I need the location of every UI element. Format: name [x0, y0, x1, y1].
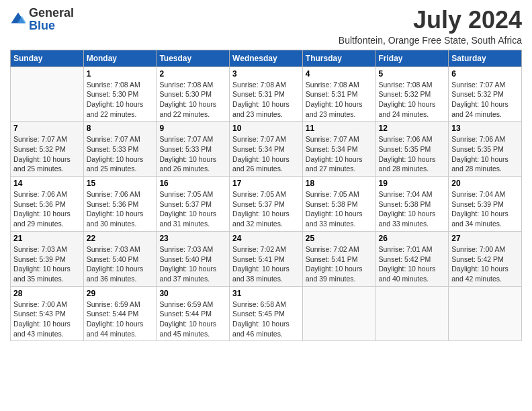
calendar-table: SundayMondayTuesdayWednesdayThursdayFrid… — [10, 50, 522, 342]
day-number: 21 — [13, 234, 81, 243]
day-info: Sunrise: 7:08 AMSunset: 5:31 PMDaylight:… — [306, 80, 373, 120]
day-number: 31 — [232, 289, 300, 298]
calendar-cell: 21Sunrise: 7:03 AMSunset: 5:39 PMDayligh… — [11, 231, 84, 286]
day-info: Sunrise: 7:05 AMSunset: 5:38 PMDaylight:… — [306, 189, 373, 229]
day-number: 14 — [13, 179, 81, 188]
page-header: General Blue July 2024 Bultfontein, Oran… — [10, 7, 522, 46]
calendar-cell: 16Sunrise: 7:05 AMSunset: 5:37 PMDayligh… — [157, 177, 230, 232]
day-number: 9 — [159, 124, 226, 133]
day-number: 10 — [232, 124, 300, 133]
week-row-1: 1Sunrise: 7:08 AMSunset: 5:30 PMDaylight… — [11, 66, 522, 122]
calendar-cell: 31Sunrise: 6:58 AMSunset: 5:45 PMDayligh… — [230, 286, 303, 341]
title-area: July 2024 Bultfontein, Orange Free State… — [339, 7, 522, 46]
day-info: Sunrise: 7:06 AMSunset: 5:36 PMDaylight:… — [87, 189, 154, 229]
day-info: Sunrise: 7:04 AMSunset: 5:39 PMDaylight:… — [451, 189, 519, 229]
calendar-cell: 28Sunrise: 7:00 AMSunset: 5:43 PMDayligh… — [11, 286, 84, 341]
calendar-cell: 3Sunrise: 7:08 AMSunset: 5:31 PMDaylight… — [230, 66, 303, 122]
day-number: 6 — [451, 69, 519, 79]
calendar-cell: 26Sunrise: 7:01 AMSunset: 5:42 PMDayligh… — [375, 231, 449, 286]
calendar-cell: 22Sunrise: 7:03 AMSunset: 5:40 PMDayligh… — [83, 231, 157, 286]
header-day-friday: Friday — [375, 50, 449, 66]
header-day-monday: Monday — [83, 50, 157, 66]
day-number: 1 — [87, 69, 154, 79]
day-info: Sunrise: 6:59 AMSunset: 5:44 PMDaylight:… — [87, 300, 154, 339]
logo: General Blue — [10, 7, 74, 32]
day-info: Sunrise: 7:07 AMSunset: 5:32 PMDaylight:… — [451, 80, 519, 120]
week-row-4: 21Sunrise: 7:03 AMSunset: 5:39 PMDayligh… — [11, 231, 522, 286]
calendar-header: SundayMondayTuesdayWednesdayThursdayFrid… — [11, 50, 522, 66]
calendar-cell: 14Sunrise: 7:06 AMSunset: 5:36 PMDayligh… — [11, 177, 84, 232]
day-info: Sunrise: 7:03 AMSunset: 5:40 PMDaylight:… — [87, 244, 154, 284]
calendar-cell — [375, 286, 449, 341]
calendar-cell: 5Sunrise: 7:08 AMSunset: 5:32 PMDaylight… — [375, 66, 449, 122]
day-number: 26 — [379, 234, 446, 243]
day-number: 19 — [379, 179, 446, 188]
day-info: Sunrise: 7:03 AMSunset: 5:39 PMDaylight:… — [13, 244, 81, 284]
calendar-cell: 20Sunrise: 7:04 AMSunset: 5:39 PMDayligh… — [449, 177, 522, 232]
day-info: Sunrise: 7:06 AMSunset: 5:35 PMDaylight:… — [379, 134, 446, 174]
day-number: 18 — [306, 179, 373, 188]
calendar-cell: 23Sunrise: 7:03 AMSunset: 5:40 PMDayligh… — [157, 231, 230, 286]
calendar-cell: 4Sunrise: 7:08 AMSunset: 5:31 PMDaylight… — [302, 66, 375, 122]
day-info: Sunrise: 7:00 AMSunset: 5:43 PMDaylight:… — [13, 300, 81, 339]
day-info: Sunrise: 7:07 AMSunset: 5:33 PMDaylight:… — [159, 134, 226, 174]
day-number: 27 — [451, 234, 519, 243]
day-info: Sunrise: 7:05 AMSunset: 5:37 PMDaylight:… — [232, 189, 300, 229]
day-info: Sunrise: 7:07 AMSunset: 5:34 PMDaylight:… — [306, 134, 373, 174]
day-info: Sunrise: 7:02 AMSunset: 5:41 PMDaylight:… — [232, 244, 300, 284]
header-day-sunday: Sunday — [11, 50, 84, 66]
header-day-thursday: Thursday — [302, 50, 375, 66]
logo-general: General — [29, 6, 74, 19]
day-info: Sunrise: 7:08 AMSunset: 5:30 PMDaylight:… — [87, 80, 154, 120]
logo-text: General Blue — [29, 7, 74, 32]
week-row-5: 28Sunrise: 7:00 AMSunset: 5:43 PMDayligh… — [11, 286, 522, 341]
calendar-cell: 27Sunrise: 7:00 AMSunset: 5:42 PMDayligh… — [449, 231, 522, 286]
day-number: 23 — [159, 234, 226, 243]
day-number: 13 — [451, 124, 519, 133]
day-number: 15 — [87, 179, 154, 188]
calendar-cell: 19Sunrise: 7:04 AMSunset: 5:38 PMDayligh… — [375, 177, 449, 232]
header-row: SundayMondayTuesdayWednesdayThursdayFrid… — [11, 50, 522, 66]
day-info: Sunrise: 7:03 AMSunset: 5:40 PMDaylight:… — [159, 244, 226, 284]
calendar-cell: 15Sunrise: 7:06 AMSunset: 5:36 PMDayligh… — [83, 177, 157, 232]
day-number: 8 — [87, 124, 154, 133]
day-number: 11 — [306, 124, 373, 133]
calendar-cell: 25Sunrise: 7:02 AMSunset: 5:41 PMDayligh… — [302, 231, 375, 286]
calendar-cell: 6Sunrise: 7:07 AMSunset: 5:32 PMDaylight… — [449, 66, 522, 122]
calendar-cell — [11, 66, 84, 122]
day-info: Sunrise: 7:01 AMSunset: 5:42 PMDaylight:… — [379, 244, 446, 284]
day-number: 29 — [87, 289, 154, 298]
day-number: 28 — [13, 289, 81, 298]
calendar-cell: 17Sunrise: 7:05 AMSunset: 5:37 PMDayligh… — [230, 177, 303, 232]
logo-blue: Blue — [29, 19, 55, 32]
day-number: 20 — [451, 179, 519, 188]
day-info: Sunrise: 7:08 AMSunset: 5:31 PMDaylight:… — [232, 80, 300, 120]
day-info: Sunrise: 7:04 AMSunset: 5:38 PMDaylight:… — [379, 189, 446, 229]
day-info: Sunrise: 7:05 AMSunset: 5:37 PMDaylight:… — [159, 189, 226, 229]
day-number: 2 — [159, 69, 226, 79]
calendar-cell: 7Sunrise: 7:07 AMSunset: 5:32 PMDaylight… — [11, 122, 84, 177]
calendar-cell: 12Sunrise: 7:06 AMSunset: 5:35 PMDayligh… — [375, 122, 449, 177]
calendar-cell: 13Sunrise: 7:06 AMSunset: 5:35 PMDayligh… — [449, 122, 522, 177]
day-info: Sunrise: 7:02 AMSunset: 5:41 PMDaylight:… — [306, 244, 373, 284]
day-info: Sunrise: 6:59 AMSunset: 5:44 PMDaylight:… — [159, 300, 226, 339]
calendar-cell: 29Sunrise: 6:59 AMSunset: 5:44 PMDayligh… — [83, 286, 157, 341]
day-info: Sunrise: 7:07 AMSunset: 5:33 PMDaylight:… — [87, 134, 154, 174]
day-number: 24 — [232, 234, 300, 243]
calendar-cell: 2Sunrise: 7:08 AMSunset: 5:30 PMDaylight… — [157, 66, 230, 122]
day-info: Sunrise: 7:08 AMSunset: 5:30 PMDaylight:… — [159, 80, 226, 120]
calendar-cell: 9Sunrise: 7:07 AMSunset: 5:33 PMDaylight… — [157, 122, 230, 177]
day-number: 5 — [379, 69, 446, 79]
calendar-cell: 30Sunrise: 6:59 AMSunset: 5:44 PMDayligh… — [157, 286, 230, 341]
calendar-cell: 24Sunrise: 7:02 AMSunset: 5:41 PMDayligh… — [230, 231, 303, 286]
header-day-saturday: Saturday — [449, 50, 522, 66]
day-info: Sunrise: 6:58 AMSunset: 5:45 PMDaylight:… — [232, 300, 300, 339]
day-number: 17 — [232, 179, 300, 188]
calendar-cell: 11Sunrise: 7:07 AMSunset: 5:34 PMDayligh… — [302, 122, 375, 177]
calendar-body: 1Sunrise: 7:08 AMSunset: 5:30 PMDaylight… — [11, 66, 522, 341]
week-row-3: 14Sunrise: 7:06 AMSunset: 5:36 PMDayligh… — [11, 177, 522, 232]
day-info: Sunrise: 7:08 AMSunset: 5:32 PMDaylight:… — [379, 80, 446, 120]
calendar-cell: 10Sunrise: 7:07 AMSunset: 5:34 PMDayligh… — [230, 122, 303, 177]
logo-icon — [10, 11, 26, 28]
week-row-2: 7Sunrise: 7:07 AMSunset: 5:32 PMDaylight… — [11, 122, 522, 177]
